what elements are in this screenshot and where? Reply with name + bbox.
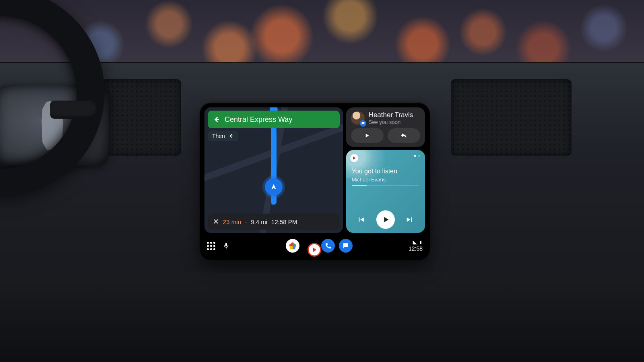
separator-dot: · bbox=[245, 218, 247, 225]
eta-minutes: 23 min bbox=[223, 218, 241, 225]
messages-app-badge-icon bbox=[360, 120, 366, 127]
track-artist: Michael Evans bbox=[352, 177, 386, 183]
then-label: Then bbox=[212, 133, 225, 139]
close-route-button[interactable]: ✕ bbox=[213, 217, 219, 226]
navigation-card[interactable]: Central Express Way Then ✕ 23 min bbox=[204, 107, 343, 233]
phone-icon bbox=[324, 242, 332, 249]
play-icon bbox=[364, 132, 370, 139]
notification-header: Heather Travis See you soon bbox=[351, 111, 420, 125]
eta-distance: 9.4 mi bbox=[251, 218, 267, 225]
messages-app-button[interactable] bbox=[339, 239, 353, 253]
media-controls bbox=[346, 210, 425, 229]
bottom-dock: 12:58 bbox=[204, 236, 425, 255]
content-row: Central Express Way Then ✕ 23 min bbox=[204, 107, 425, 233]
clock: 12:58 bbox=[409, 245, 423, 252]
turn-direction-label: Central Express Way bbox=[225, 115, 292, 124]
skip-previous-icon bbox=[357, 215, 365, 224]
maps-app-button[interactable] bbox=[286, 239, 299, 253]
notification-actions bbox=[351, 128, 420, 143]
turn-left-icon bbox=[213, 115, 221, 123]
vehicle-marker bbox=[265, 178, 283, 196]
speaker-grille-left bbox=[101, 79, 181, 156]
next-track-button[interactable] bbox=[405, 215, 414, 224]
cellular-signal-icon bbox=[412, 240, 417, 245]
car-interior-scene: Central Express Way Then ✕ 23 min bbox=[0, 0, 644, 362]
messages-icon bbox=[342, 242, 349, 249]
side-column: Heather Travis See you soon bbox=[346, 107, 425, 233]
speaker-grille-right bbox=[451, 79, 572, 156]
navigation-arrow-icon bbox=[270, 183, 278, 191]
next-step-pill[interactable]: Then bbox=[208, 131, 238, 141]
youtube-music-app-button[interactable] bbox=[308, 243, 321, 257]
media-card[interactable]: You got to listen Michael Evans bbox=[346, 150, 425, 233]
play-icon bbox=[381, 215, 390, 224]
skip-next-icon bbox=[405, 215, 414, 224]
eta-bar[interactable]: ✕ 23 min · 9.4 mi 12:58 PM bbox=[208, 214, 340, 230]
app-launcher-button[interactable] bbox=[207, 242, 215, 250]
notification-sender: Heather Travis bbox=[369, 111, 413, 119]
status-icons bbox=[412, 240, 423, 245]
play-pause-button[interactable] bbox=[376, 210, 395, 229]
page-indicator bbox=[414, 155, 420, 157]
dock-apps bbox=[230, 239, 409, 253]
phone-app-button[interactable] bbox=[321, 239, 335, 253]
contact-avatar bbox=[351, 111, 365, 125]
dock-left bbox=[207, 242, 230, 250]
reply-button[interactable] bbox=[388, 128, 420, 143]
battery-icon bbox=[419, 240, 423, 245]
eta-arrival: 12:58 PM bbox=[271, 218, 297, 225]
play-message-button[interactable] bbox=[351, 128, 384, 143]
status-area: 12:58 bbox=[409, 240, 423, 252]
turn-left-small-icon bbox=[228, 133, 234, 139]
media-source-icon bbox=[350, 154, 358, 162]
notification-preview: See you soon bbox=[369, 119, 413, 125]
head-unit-screen: Central Express Way Then ✕ 23 min bbox=[200, 103, 430, 260]
voice-assistant-button[interactable] bbox=[223, 242, 230, 249]
playback-progress[interactable] bbox=[352, 185, 419, 186]
previous-track-button[interactable] bbox=[357, 215, 365, 224]
notification-card[interactable]: Heather Travis See you soon bbox=[346, 107, 425, 147]
track-title: You got to listen bbox=[352, 168, 419, 175]
reply-icon bbox=[400, 132, 407, 139]
turn-banner[interactable]: Central Express Way bbox=[208, 111, 340, 128]
